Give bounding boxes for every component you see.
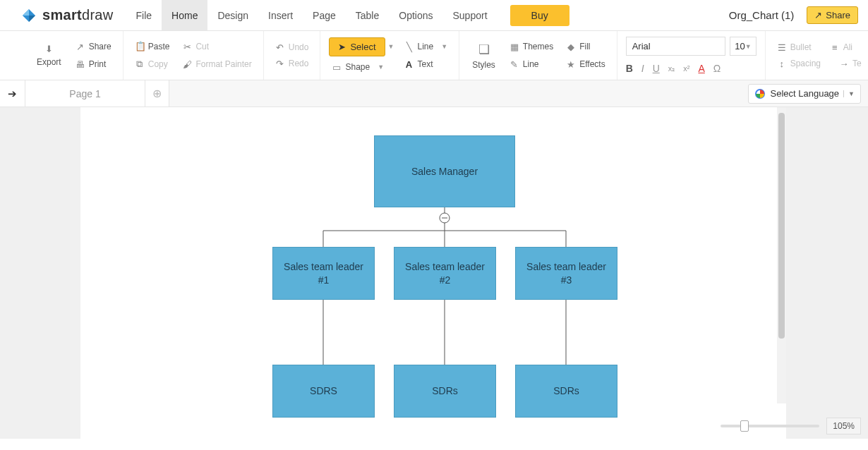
styles-icon: ❏ — [478, 42, 488, 57]
node-sdr-3[interactable]: SDRs — [515, 365, 617, 418]
subscript-button[interactable]: x₂ — [668, 64, 675, 73]
size-caret-icon: ▼ — [745, 43, 752, 50]
language-label: Select Language — [770, 88, 839, 99]
export-button[interactable]: ⬇ Export — [32, 44, 66, 67]
underline-button[interactable]: U — [653, 63, 660, 74]
zoom-slider[interactable] — [721, 425, 819, 427]
text-icon: A — [404, 59, 414, 70]
menu-options[interactable]: Options — [389, 0, 442, 30]
redo-button[interactable]: ↷Redo — [272, 57, 312, 71]
themes-icon: ▦ — [510, 42, 519, 52]
download-icon: ⬇ — [44, 44, 54, 54]
google-icon — [754, 88, 766, 99]
group-paragraph: ☰Bullet ≡Ali ↕Spacing →Te — [766, 31, 868, 80]
fill-button[interactable]: ◆Fill — [563, 40, 608, 54]
node-lead-3[interactable]: Sales team leader #3 — [515, 247, 617, 300]
panel-toggle-button[interactable]: ➔ — [0, 80, 25, 107]
spacing-button[interactable]: ↕Spacing — [774, 57, 824, 71]
node-sdr-1[interactable]: SDRS — [272, 365, 375, 418]
share-small-icon: ↗ — [76, 42, 85, 52]
buy-button[interactable]: Buy — [510, 5, 569, 26]
shape-tool[interactable]: ▭Shape▼ — [329, 61, 394, 74]
undo-button[interactable]: ↶Undo — [272, 41, 312, 54]
menu-file[interactable]: File — [126, 0, 162, 30]
styles-button[interactable]: ❏ Styles — [468, 42, 500, 70]
text-direction-button[interactable]: →Te — [836, 57, 864, 71]
format-painter-button[interactable]: 🖌Format Painter — [179, 58, 254, 71]
text-dir-icon: → — [839, 59, 849, 69]
bold-button[interactable]: B — [626, 63, 633, 74]
add-page-button[interactable]: ⊕ — [145, 80, 169, 107]
cut-button[interactable]: ✂Cut — [179, 40, 254, 54]
node-lead-2[interactable]: Sales team leader #2 — [394, 247, 496, 300]
node-root[interactable]: Sales Manager — [374, 135, 515, 207]
superscript-button[interactable]: x² — [683, 64, 689, 73]
print-button[interactable]: 🖶Print — [73, 58, 114, 71]
svg-marker-1 — [23, 9, 29, 16]
text-format-row: B I U x₂ x² A Ω — [626, 63, 757, 74]
menu-bar: smartdraw File Home Design Insert Page T… — [0, 0, 868, 31]
select-dropdown[interactable]: ▼ — [388, 43, 394, 50]
zoom-thumb[interactable] — [740, 420, 749, 432]
group-styles: ❏ Styles ▦Themes ✎Line ◆Fill ★Effects — [459, 31, 617, 80]
cursor-icon: ➤ — [338, 42, 346, 52]
bullet-button[interactable]: ☰Bullet — [774, 41, 814, 54]
undo-icon: ↶ — [275, 42, 285, 53]
effects-icon: ★ — [566, 59, 576, 70]
paste-button[interactable]: 📋Paste — [132, 39, 173, 53]
menu-insert[interactable]: Insert — [258, 0, 303, 30]
node-sdr-2[interactable]: SDRs — [394, 365, 496, 418]
share-label: Share — [826, 10, 850, 20]
menu-page[interactable]: Page — [303, 0, 346, 30]
themes-button[interactable]: ▦Themes — [507, 40, 556, 54]
page-tabs: ➔ Page 1 ⊕ Select Language ▼ — [0, 80, 868, 107]
brush-icon: 🖌 — [182, 59, 192, 70]
group-export: ⬇ Export ↗Share 🖶Print — [24, 31, 123, 80]
page-tab-1[interactable]: Page 1 — [25, 80, 145, 107]
share-icon: ↗ — [814, 10, 822, 20]
redo-icon: ↷ — [275, 59, 285, 69]
text-tool[interactable]: AText — [402, 58, 451, 71]
bullet-icon: ☰ — [777, 42, 787, 53]
ribbon: ⬇ Export ↗Share 🖶Print 📋Paste ⧉Copy ✂Cut… — [0, 31, 868, 80]
cut-icon: ✂ — [182, 42, 192, 52]
menu-table[interactable]: Table — [346, 0, 389, 30]
paste-icon: 📋 — [135, 41, 145, 51]
align-button[interactable]: ≡Ali — [827, 41, 855, 54]
menu-design[interactable]: Design — [207, 0, 258, 30]
line-dropdown[interactable]: ▼ — [441, 43, 447, 50]
menu-items: File Home Design Insert Page Table Optio… — [126, 0, 498, 30]
svg-marker-2 — [29, 16, 35, 22]
omega-button[interactable]: Ω — [713, 63, 721, 74]
canvas-area: Sales Manager Sales team leader #1 Sales… — [0, 107, 868, 439]
export-label: Export — [37, 57, 61, 67]
italic-button[interactable]: I — [641, 63, 644, 74]
font-color-button[interactable]: A — [698, 63, 704, 74]
select-tool[interactable]: ➤Select — [329, 37, 385, 56]
menu-support[interactable]: Support — [443, 0, 498, 30]
node-lead-1[interactable]: Sales team leader #1 — [272, 247, 375, 300]
language-select[interactable]: Select Language ▼ — [748, 84, 861, 104]
canvas[interactable]: Sales Manager Sales team leader #1 Sales… — [80, 107, 786, 439]
vertical-scrollbar[interactable] — [777, 107, 786, 403]
share-small-button[interactable]: ↗Share — [73, 40, 114, 54]
zoom-label[interactable]: 105% — [826, 418, 861, 434]
share-button[interactable]: ↗ Share — [807, 6, 858, 24]
group-tools: ➤Select ▼ ▭Shape▼ ╲Line▼ AText — [320, 31, 459, 80]
menu-home[interactable]: Home — [162, 0, 207, 30]
effects-button[interactable]: ★Effects — [563, 58, 608, 71]
spacing-icon: ↕ — [777, 59, 787, 69]
line-tool-icon: ╲ — [404, 42, 414, 52]
line-tool[interactable]: ╲Line▼ — [402, 40, 451, 54]
fill-icon: ◆ — [566, 42, 576, 52]
copy-button[interactable]: ⧉Copy — [132, 57, 173, 71]
font-family-select[interactable]: Arial — [626, 37, 726, 56]
group-font: Arial 10▼ B I U x₂ x² A Ω — [617, 31, 766, 80]
scroll-thumb[interactable] — [778, 113, 785, 339]
shape-dropdown[interactable]: ▼ — [378, 63, 384, 71]
font-size-select[interactable]: 10▼ — [730, 37, 756, 56]
app-logo: smartdraw — [0, 6, 126, 25]
logo-text-1: smart — [42, 7, 82, 23]
line-style-button[interactable]: ✎Line — [507, 58, 556, 71]
group-clipboard: 📋Paste ⧉Copy ✂Cut 🖌Format Painter — [123, 31, 264, 80]
